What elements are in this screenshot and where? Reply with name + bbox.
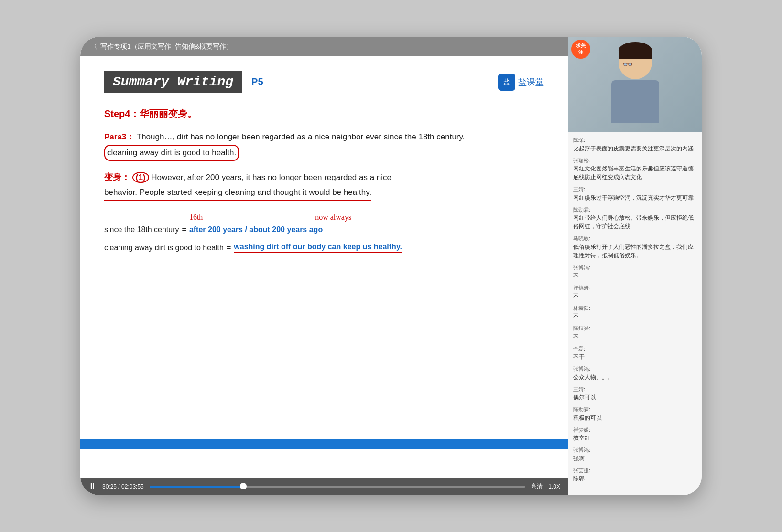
chat-item: 张瑞松:网红文化固然能丰富生活的乐趣但应该遵守道德底线防止网红变成病态文化 — [573, 157, 697, 182]
step-label: Step4：华丽丽变身。 — [104, 107, 544, 120]
chat-message: 积极的可以 — [573, 414, 697, 422]
chat-name: 张瑞松: — [573, 157, 697, 165]
chat-message: 网红带给人们身心放松、带来娱乐，但应拒绝低俗网红，守护社会底线 — [573, 213, 697, 231]
chat-message: 网红娱乐过于浮躁空洞，沉淀充实才华才更可靠 — [573, 193, 697, 202]
chat-name: 陈琛: — [573, 136, 697, 144]
play-pause-button[interactable]: ⏸ — [88, 481, 97, 491]
blue-bar — [80, 439, 568, 449]
chat-area[interactable]: 陈琛:比起浮于表面的皮囊更需要关注更深层次的内涵张瑞松:网红文化固然能丰富生活的… — [568, 132, 702, 495]
para3-label: Para3： — [104, 132, 134, 141]
chat-name: 林赫阳: — [573, 304, 697, 312]
chat-item: 陈劲霖:积极的可以 — [573, 405, 697, 422]
progress-fill — [150, 486, 244, 488]
chat-name: 陈劲霖: — [573, 206, 697, 214]
brand-name: 盐课堂 — [518, 76, 544, 88]
eq1-right-wrapper: 16th now always after 200 years / about … — [189, 225, 323, 234]
chat-name: 崔梦媛: — [573, 426, 697, 434]
chat-item: 许镇妍:不 — [573, 284, 697, 300]
eq2-row: cleaning away dirt is good to health = w… — [104, 243, 544, 253]
sticker: 求关 注 — [571, 40, 590, 59]
chat-name: 许镇妍: — [573, 284, 697, 292]
chat-name: 李磊: — [573, 345, 697, 353]
slide-title: Summary Writing — [104, 71, 242, 93]
para3-section: Para3： Though…, dirt has no longer been … — [104, 130, 544, 161]
back-arrow[interactable]: 〈 — [90, 42, 98, 52]
chat-item: 张博鸿:强啊 — [573, 446, 697, 463]
eq2-left: cleaning away dirt is good to health — [104, 244, 224, 252]
chat-message: 公众人物。。。 — [573, 373, 697, 382]
eq2-right: washing dirt off our body can keep us he… — [234, 243, 402, 253]
circled-text: cleaning away dirt is good to health. — [104, 145, 239, 161]
section-divider — [104, 211, 412, 211]
chat-message: 不 — [573, 312, 697, 320]
page-number: P5 — [251, 76, 263, 87]
transform-text1: However, after 200 years, it has no long… — [151, 173, 391, 182]
chat-name: 马晓敏: — [573, 234, 697, 243]
eq1-right: after 200 years / about 200 years ago — [189, 225, 323, 234]
chat-message: 不 — [573, 271, 697, 280]
quality-label[interactable]: 高清 — [531, 482, 543, 490]
chat-message: 强啊 — [573, 454, 697, 463]
chat-item: 王婧:网红娱乐过于浮躁空洞，沉淀充实才华才更可靠 — [573, 185, 697, 202]
chat-message: 偶尔可以 — [573, 393, 697, 402]
teacher-placeholder: 👓 求关 注 — [568, 37, 702, 132]
main-area: 〈 写作专项1（应用文写作–告知信&概要写作） Summary Writing … — [80, 37, 702, 495]
transform-num: (1) — [132, 172, 149, 183]
para3-text: Though…, dirt has no longer been regarde… — [137, 132, 465, 141]
chat-name: 张芸捷: — [573, 467, 697, 475]
speed-label[interactable]: 1.0X — [548, 483, 560, 490]
chat-message: 低俗娱乐打开了人们恶性的潘多拉之盒，我们应理性对待，抵制低俗娱乐。 — [573, 243, 697, 260]
content-area: 〈 写作专项1（应用文写作–告知信&概要写作） Summary Writing … — [80, 37, 568, 495]
transform-label: 变身： — [104, 172, 130, 182]
chat-item: 陈琛:比起浮于表面的皮囊更需要关注更深层次的内涵 — [573, 136, 697, 153]
eq1-note-right: now always — [315, 213, 351, 222]
chat-message: 不 — [573, 332, 697, 341]
chat-message: 比起浮于表面的皮囊更需要关注更深层次的内涵 — [573, 144, 697, 153]
chat-name: 陈烜兴: — [573, 324, 697, 332]
chat-item: 林赫阳:不 — [573, 304, 697, 321]
brand-logo: 盐 盐课堂 — [498, 74, 544, 91]
progress-track[interactable] — [150, 486, 526, 488]
slide-header: Summary Writing P5 盐 盐课堂 — [104, 71, 544, 93]
annotation-area: since the 18th century = 16th now always… — [104, 225, 544, 253]
slide-area: Summary Writing P5 盐 盐课堂 Step4：华丽丽变身。 Pa… — [80, 56, 568, 478]
chat-message: 陈郭 — [573, 474, 697, 483]
chat-name: 王婧: — [573, 185, 697, 193]
sidebar: 👓 求关 注 陈琛:比起浮于表面的皮囊更需要关注更深层次的内涵张瑞松:网红文化固… — [568, 37, 702, 495]
eq1-left: since the 18th century — [104, 225, 179, 234]
eq1-note-left: 16th — [189, 213, 203, 222]
chat-message: 不 — [573, 292, 697, 300]
chat-item: 崔梦媛:教室红 — [573, 426, 697, 443]
chat-message: 不于 — [573, 352, 697, 361]
chat-item: 陈烜兴:不 — [573, 324, 697, 341]
chat-item: 马晓敏:低俗娱乐打开了人们恶性的潘多拉之盒，我们应理性对待，抵制低俗娱乐。 — [573, 234, 697, 260]
breadcrumb-label: 写作专项1（应用文写作–告知信&概要写作） — [100, 43, 233, 51]
tablet-frame: 〈 写作专项1（应用文写作–告知信&概要写作） Summary Writing … — [80, 37, 702, 495]
teacher-video: 👓 求关 注 — [568, 37, 702, 132]
time-display: 30:25 / 02:03:55 — [102, 483, 144, 490]
brand-icon: 盐 — [498, 74, 515, 91]
chat-item: 陈劲霖:网红带给人们身心放松、带来娱乐，但应拒绝低俗网红，守护社会底线 — [573, 206, 697, 231]
chat-name: 张博鸿: — [573, 365, 697, 373]
chat-name: 王婧: — [573, 385, 697, 394]
chat-item: 张芸捷:陈郭 — [573, 467, 697, 483]
chat-message: 网红文化固然能丰富生活的乐趣但应该遵守道德底线防止网红变成病态文化 — [573, 164, 697, 181]
transform-text2: behavior. People started keeping cleanin… — [104, 185, 371, 202]
chat-item: 李磊:不于 — [573, 345, 697, 362]
chat-name: 张博鸿: — [573, 264, 697, 272]
eq1-equals: = — [182, 225, 186, 234]
progress-thumb[interactable] — [240, 483, 247, 489]
transform-section: 变身： (1) However, after 200 years, it has… — [104, 170, 544, 201]
chat-item: 张博鸿:公众人物。。。 — [573, 365, 697, 382]
eq2-equals: = — [227, 244, 231, 252]
progress-bar-area[interactable]: ⏸ 30:25 / 02:03:55 高清 1.0X — [80, 478, 568, 495]
chat-item: 王婧:偶尔可以 — [573, 385, 697, 402]
breadcrumb-bar[interactable]: 〈 写作专项1（应用文写作–告知信&概要写作） — [80, 37, 568, 56]
chat-name: 陈劲霖: — [573, 405, 697, 414]
chat-item: 张博鸿:不 — [573, 264, 697, 280]
chat-message: 教室红 — [573, 434, 697, 442]
chat-name: 张博鸿: — [573, 446, 697, 454]
eq1-row: since the 18th century = 16th now always… — [104, 225, 544, 234]
